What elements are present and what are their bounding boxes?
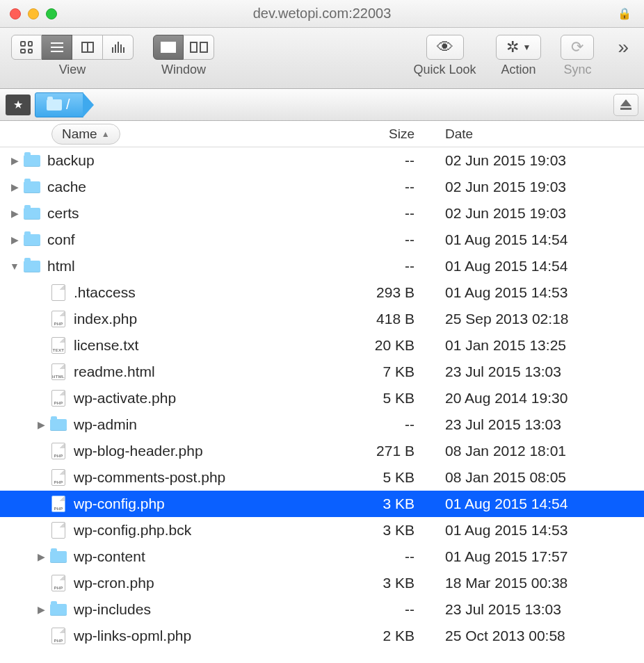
quicklook-label: Quick Look xyxy=(413,63,476,77)
file-row[interactable]: HTMLreadme.html7 KB23 Jul 2015 13:03 xyxy=(0,359,644,385)
column-size-header[interactable]: Size xyxy=(338,126,435,142)
file-row[interactable]: ▼html--01 Aug 2015 14:54 xyxy=(0,253,644,279)
file-date: 02 Jun 2015 19:03 xyxy=(435,179,644,195)
window-title: dev.wetopi.com:22003 xyxy=(0,6,644,22)
file-date: 18 Mar 2015 00:38 xyxy=(435,575,644,591)
file-size: -- xyxy=(338,601,435,618)
window-dual-button[interactable] xyxy=(184,35,214,60)
file-size: 271 B xyxy=(338,443,435,459)
action-group: ✲ ▼ Action xyxy=(496,35,542,77)
file-date: 23 Jul 2015 13:03 xyxy=(435,416,644,433)
file-name: wp-config.php.bck xyxy=(68,522,191,539)
file-size: 2 KB xyxy=(338,628,435,644)
view-list-button[interactable] xyxy=(42,35,72,60)
window-label: Window xyxy=(161,63,206,77)
file-name: wp-config.php xyxy=(68,496,165,512)
eye-icon: 👁 xyxy=(437,39,453,56)
file-row[interactable]: PHPwp-activate.php5 KB20 Aug 2014 19:30 xyxy=(0,385,644,411)
file-row[interactable]: ▶wp-content--01 Aug 2015 17:57 xyxy=(0,543,644,570)
file-size: 20 KB xyxy=(338,337,435,354)
file-row[interactable]: PHPwp-links-opml.php2 KB25 Oct 2013 00:5… xyxy=(0,623,644,649)
file-row[interactable]: PHPwp-cron.php3 KB18 Mar 2015 00:38 xyxy=(0,570,644,596)
disclosure-closed-icon[interactable]: ▶ xyxy=(33,419,49,430)
file-name: wp-cron.php xyxy=(68,575,154,591)
file-name: wp-comments-post.php xyxy=(68,469,225,486)
file-row[interactable]: ▶wp-includes--23 Jul 2015 13:03 xyxy=(0,596,644,623)
file-date: 01 Aug 2015 14:54 xyxy=(435,258,644,275)
file-row[interactable]: TEXTlicense.txt20 KB01 Jan 2015 13:25 xyxy=(0,332,644,359)
file-row[interactable]: ▶wp-admin--23 Jul 2015 13:03 xyxy=(0,411,644,438)
file-name: readme.html xyxy=(68,363,155,380)
sync-group: ⟳ Sync xyxy=(561,35,594,77)
folder-icon xyxy=(49,604,68,616)
disclosure-closed-icon[interactable]: ▶ xyxy=(33,551,49,562)
column-name-header[interactable]: Name ▲ xyxy=(51,124,120,145)
file-row[interactable]: wp-config.php.bck3 KB01 Aug 2015 14:53 xyxy=(0,517,644,543)
quicklook-button[interactable]: 👁 xyxy=(426,35,464,60)
file-date: 02 Jun 2015 19:03 xyxy=(435,152,644,169)
view-columns-button[interactable] xyxy=(72,35,103,60)
file-icon: PHP xyxy=(49,311,68,327)
window-group: Window xyxy=(153,35,214,77)
column-date-header[interactable]: Date xyxy=(435,126,644,142)
folder-icon xyxy=(49,419,68,431)
quicklook-group: 👁 Quick Look xyxy=(413,35,476,77)
toolbar-overflow-button[interactable]: » xyxy=(613,35,633,60)
view-coverflow-button[interactable] xyxy=(103,35,134,60)
file-row[interactable]: PHPwp-comments-post.php5 KB08 Jan 2015 0… xyxy=(0,464,644,491)
window-single-button[interactable] xyxy=(153,35,184,60)
chevron-down-icon: ▼ xyxy=(523,42,531,52)
file-row[interactable]: PHPwp-config.php3 KB01 Aug 2015 14:54 xyxy=(0,491,644,517)
file-row[interactable]: ▶backup--02 Jun 2015 19:03 xyxy=(0,147,644,174)
file-date: 23 Jul 2015 13:03 xyxy=(435,363,644,380)
file-name: wp-blog-header.php xyxy=(68,443,203,459)
list-icon xyxy=(51,42,63,52)
file-name: conf xyxy=(42,231,75,248)
folder-icon xyxy=(22,261,42,272)
view-label: View xyxy=(59,63,86,77)
dual-pane-icon xyxy=(190,42,208,53)
file-date: 01 Aug 2015 14:54 xyxy=(435,231,644,248)
disclosure-closed-icon[interactable]: ▶ xyxy=(33,604,49,615)
file-name: html xyxy=(42,258,75,275)
file-name: wp-admin xyxy=(68,416,137,433)
sort-asc-icon: ▲ xyxy=(102,129,110,139)
toolbar: View Window 👁 Quick Look ✲ ▼ Action ⟳ Sy… xyxy=(0,28,644,89)
disclosure-closed-icon[interactable]: ▶ xyxy=(7,234,22,245)
eject-button[interactable] xyxy=(613,94,638,116)
file-date: 25 Oct 2013 00:58 xyxy=(435,628,644,644)
file-row[interactable]: .htaccess293 B01 Aug 2015 14:53 xyxy=(0,279,644,306)
file-name: backup xyxy=(42,152,95,169)
file-icon xyxy=(49,284,68,301)
disclosure-closed-icon[interactable]: ▶ xyxy=(7,208,22,219)
file-icon xyxy=(49,522,68,539)
folder-icon xyxy=(47,99,62,110)
file-size: -- xyxy=(338,548,435,565)
file-row[interactable]: PHPwp-blog-header.php271 B08 Jan 2012 18… xyxy=(0,438,644,464)
file-row[interactable]: ▶conf--01 Aug 2015 14:54 xyxy=(0,227,644,253)
file-name: certs xyxy=(42,205,79,222)
file-name: wp-includes xyxy=(68,601,151,618)
file-size: 5 KB xyxy=(338,469,435,486)
sync-button[interactable]: ⟳ xyxy=(561,35,594,60)
disclosure-closed-icon[interactable]: ▶ xyxy=(7,155,22,166)
file-size: -- xyxy=(338,152,435,169)
breadcrumb-root[interactable]: / xyxy=(35,92,83,117)
action-button[interactable]: ✲ ▼ xyxy=(496,35,542,60)
file-size: -- xyxy=(338,258,435,275)
view-icons-button[interactable] xyxy=(11,35,42,60)
sync-icon: ⟳ xyxy=(571,38,583,56)
file-row[interactable]: PHPindex.php418 B25 Sep 2013 02:18 xyxy=(0,306,644,332)
disclosure-open-icon[interactable]: ▼ xyxy=(7,261,22,272)
favorites-button[interactable]: ★ xyxy=(6,95,31,115)
disclosure-closed-icon[interactable]: ▶ xyxy=(7,181,22,193)
file-size: 293 B xyxy=(338,284,435,301)
file-size: 3 KB xyxy=(338,496,435,512)
file-date: 02 Jun 2015 19:03 xyxy=(435,205,644,222)
file-row[interactable]: ▶certs--02 Jun 2015 19:03 xyxy=(0,200,644,227)
folder-icon xyxy=(49,551,68,563)
file-row[interactable]: ▶cache--02 Jun 2015 19:03 xyxy=(0,174,644,200)
file-date: 20 Aug 2014 19:30 xyxy=(435,390,644,407)
file-name: cache xyxy=(42,179,86,195)
file-size: 3 KB xyxy=(338,575,435,591)
